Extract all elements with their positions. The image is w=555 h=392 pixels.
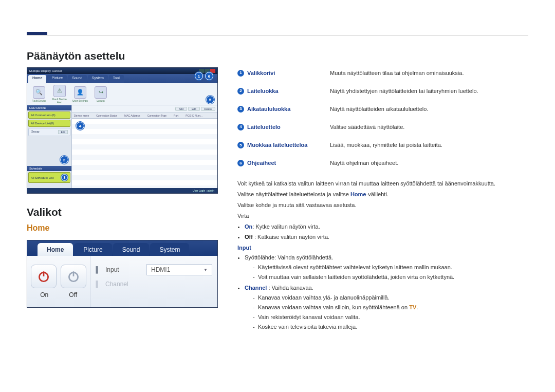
callout-6: 6 [205, 72, 213, 80]
divider-icon: ▌ [96, 266, 100, 273]
tab-picture: Picture [47, 75, 67, 83]
input-list: Syöttölähde: Vaihda syöttölähdettä. Käyt… [245, 253, 528, 331]
screenshot-app-window: Multiple Display Control Home Picture So… [27, 67, 218, 194]
table-header: Device name Connection Status MAC Addres… [72, 113, 217, 119]
sidebar-schedule-list: All Schedule List 3 [28, 172, 70, 183]
circle-3-icon: 3 [237, 106, 244, 113]
sidebar-all-connection: All Connection (0) [28, 111, 70, 119]
tab-home: Home [28, 75, 46, 83]
virta-header: Virta [237, 212, 528, 220]
circle-2-icon: 2 [237, 88, 244, 95]
callout-2: 2 [60, 156, 68, 164]
circle-1-icon: 1 [237, 70, 244, 77]
power-icon [67, 270, 80, 283]
sidebar-header-schedule: Schedule [27, 166, 71, 171]
table-rows: 4 [72, 119, 217, 194]
callout-description-table: 1ValikkoriviMuuta näyttölaitteen tilaa t… [237, 64, 528, 172]
intro-text-2: Valitse näyttölaitteet laiteluettelosta … [237, 190, 528, 199]
window-title: Multiple Display Control [29, 69, 62, 72]
power-off-button [61, 265, 86, 288]
tab2-home: Home [38, 243, 73, 256]
divider-icon: ▌ [96, 281, 100, 288]
tab2-system: System [150, 243, 189, 256]
circle-6-icon: 6 [237, 160, 244, 166]
tab-system: System [88, 75, 108, 83]
chevron-down-icon: ▼ [203, 268, 208, 272]
toolbar-fault-device: 🔍Fault Device [30, 86, 48, 102]
circle-5-icon: 5 [237, 142, 244, 148]
power-off-label: Off [61, 291, 85, 298]
tab-tool: Tool [109, 75, 124, 83]
intro-text-3: Valitse kohde ja muuta sitä vastaavaa as… [237, 201, 528, 210]
toolbar-fault-alert: ⚠Fault Device Alert [51, 85, 68, 104]
screenshot-home-panel: Home Picture Sound System [27, 240, 218, 308]
callout-5: 5 [206, 96, 214, 104]
intro-text-1: Voit kytkeä tai katkaista valitun laitte… [237, 179, 528, 188]
section-title-layout: Päänäytön asettelu [27, 50, 217, 62]
power-icon [37, 270, 50, 283]
callout-1: 1 [195, 72, 203, 80]
sidebar-header-lcd: LCD Device [27, 105, 71, 110]
circle-4-icon: 4 [237, 124, 244, 130]
status-bar: User Login : admin [27, 188, 217, 193]
list-action-buttons: Add Edit Delete [72, 105, 217, 113]
tab2-picture: Picture [74, 243, 112, 256]
input-select: HDMI1▼ [146, 264, 212, 275]
input-header: Input [237, 244, 528, 252]
sidebar-group: GroupEdit [28, 128, 70, 136]
callout-3: 3 [61, 174, 68, 181]
toolbar-user-settings: 👤User Settings [71, 86, 89, 102]
channel-label: Channel [105, 281, 141, 288]
tab-sound: Sound [68, 75, 86, 83]
sidebar-all-device-list: All Device List(0) [28, 120, 70, 127]
toolbar-logout: ↪Logout [92, 86, 109, 102]
section-title-menus: Valikot [27, 206, 217, 218]
subsection-home: Home [27, 223, 217, 233]
virta-list: On: Kytke valitun näytön virta. Off : Ka… [245, 222, 528, 241]
tab2-sound: Sound [113, 243, 150, 256]
power-on-label: On [32, 291, 57, 298]
power-on-button [31, 265, 57, 288]
callout-4: 4 [76, 122, 84, 130]
input-label: Input [105, 266, 141, 273]
